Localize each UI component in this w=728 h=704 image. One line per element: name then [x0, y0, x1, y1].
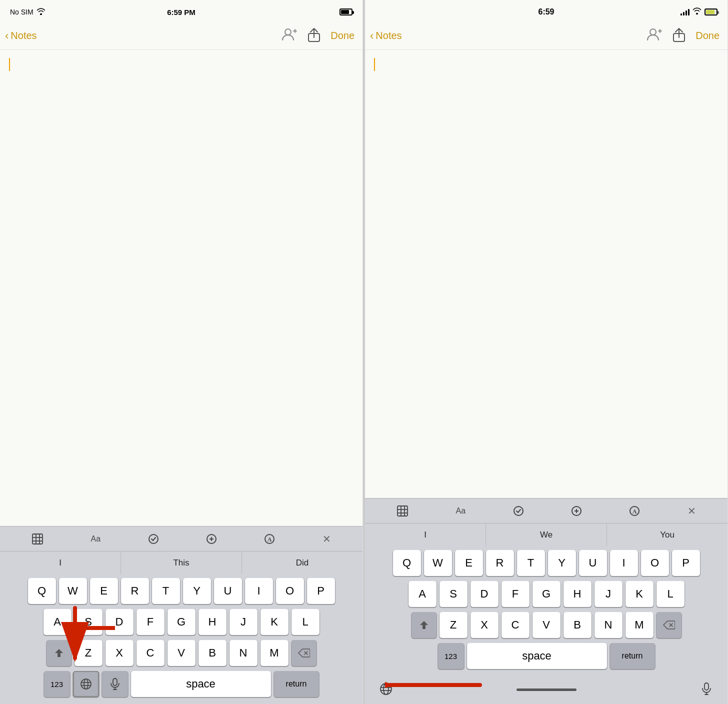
right-key-F[interactable]: F — [502, 581, 530, 607]
right-key-X[interactable]: X — [470, 612, 498, 638]
checklist-btn[interactable] — [144, 532, 163, 546]
key-A[interactable]: A — [44, 609, 72, 635]
right-add-person-icon[interactable] — [646, 26, 662, 46]
key-T[interactable]: T — [152, 578, 180, 604]
right-key-D[interactable]: D — [470, 581, 498, 607]
shift-key[interactable] — [46, 640, 72, 666]
right-key-G[interactable]: G — [532, 581, 560, 607]
right-key-C[interactable]: C — [502, 612, 530, 638]
right-key-Y[interactable]: Y — [548, 550, 576, 576]
right-key-B[interactable]: B — [564, 612, 592, 638]
right-key-T[interactable]: T — [517, 550, 545, 576]
right-key-A[interactable]: A — [408, 581, 436, 607]
key-U[interactable]: U — [214, 578, 242, 604]
autocomplete-item-1[interactable]: This — [121, 552, 242, 574]
key-C[interactable]: C — [136, 640, 164, 666]
right-back-button[interactable]: ‹ Notes — [370, 30, 402, 42]
return-key[interactable]: return — [274, 671, 319, 697]
svg-point-9 — [149, 534, 158, 544]
key-L[interactable]: L — [292, 609, 320, 635]
right-key-L[interactable]: L — [656, 581, 684, 607]
right-shift-key[interactable] — [412, 612, 436, 638]
right-key-K[interactable]: K — [626, 581, 654, 607]
right-autocomplete-item-1[interactable]: We — [486, 524, 607, 546]
right-share-icon[interactable] — [672, 28, 686, 44]
right-key-W[interactable]: W — [424, 550, 452, 576]
right-add-btn[interactable] — [567, 504, 586, 518]
key-B[interactable]: B — [198, 640, 226, 666]
right-key-V[interactable]: V — [532, 612, 560, 638]
right-key-Q[interactable]: Q — [393, 550, 421, 576]
key-R[interactable]: R — [121, 578, 149, 604]
right-key-O[interactable]: O — [641, 550, 669, 576]
right-key-I[interactable]: I — [610, 550, 638, 576]
globe-key[interactable] — [73, 671, 99, 697]
autocomplete-item-2[interactable]: Did — [242, 552, 362, 574]
add-btn[interactable] — [202, 532, 221, 546]
key-Q[interactable]: Q — [28, 578, 56, 604]
right-key-J[interactable]: J — [594, 581, 622, 607]
num-key[interactable]: 123 — [44, 671, 70, 697]
right-format-text-btn[interactable]: Aa — [452, 504, 470, 518]
right-done-button[interactable]: Done — [696, 30, 720, 42]
key-W[interactable]: W — [59, 578, 87, 604]
left-note-area[interactable] — [0, 50, 362, 526]
left-done-button[interactable]: Done — [330, 30, 354, 42]
key-M[interactable]: M — [260, 640, 288, 666]
right-close-toolbar-btn[interactable]: ✕ — [684, 503, 700, 519]
scribble-btn[interactable]: A — [260, 532, 279, 546]
right-autocomplete-item-0[interactable]: I — [365, 524, 486, 546]
key-G[interactable]: G — [168, 609, 196, 635]
right-key-N[interactable]: N — [594, 612, 622, 638]
left-back-button[interactable]: ‹ Notes — [5, 30, 37, 42]
right-num-key[interactable]: 123 — [438, 643, 464, 669]
right-space-key[interactable]: space — [467, 643, 607, 669]
delete-key[interactable] — [292, 640, 316, 666]
key-E[interactable]: E — [90, 578, 118, 604]
space-key[interactable]: space — [131, 671, 271, 697]
format-text-btn[interactable]: Aa — [87, 532, 105, 546]
right-globe-key[interactable] — [375, 682, 397, 696]
left-nav-bar: ‹ Notes Done — [0, 22, 362, 50]
key-X[interactable]: X — [106, 640, 134, 666]
share-icon[interactable] — [308, 28, 320, 44]
key-J[interactable]: J — [230, 609, 258, 635]
right-key-S[interactable]: S — [440, 581, 468, 607]
key-K[interactable]: K — [260, 609, 288, 635]
key-Z[interactable]: Z — [74, 640, 102, 666]
key-D[interactable]: D — [106, 609, 134, 635]
right-table-toolbar-btn[interactable] — [392, 503, 412, 519]
right-key-row-3: Z X C V B N M — [367, 612, 726, 638]
right-key-M[interactable]: M — [626, 612, 654, 638]
right-autocomplete-item-2[interactable]: You — [607, 524, 728, 546]
close-toolbar-btn[interactable]: ✕ — [318, 531, 335, 547]
right-key-P[interactable]: P — [672, 550, 700, 576]
key-O[interactable]: O — [276, 578, 304, 604]
right-scribble-btn[interactable]: A — [625, 504, 644, 518]
right-key-E[interactable]: E — [455, 550, 483, 576]
mic-key[interactable] — [102, 671, 128, 697]
key-N[interactable]: N — [230, 640, 258, 666]
right-key-U[interactable]: U — [579, 550, 607, 576]
signal-bar-4 — [688, 9, 690, 16]
right-mic-key[interactable] — [696, 682, 718, 696]
key-I[interactable]: I — [245, 578, 273, 604]
right-key-H[interactable]: H — [564, 581, 592, 607]
key-Y[interactable]: Y — [183, 578, 211, 604]
right-note-area[interactable] — [365, 50, 728, 498]
right-key-R[interactable]: R — [486, 550, 514, 576]
key-S[interactable]: S — [74, 609, 102, 635]
table-toolbar-btn[interactable] — [28, 531, 48, 547]
right-key-Z[interactable]: Z — [440, 612, 468, 638]
key-H[interactable]: H — [198, 609, 226, 635]
right-checklist-btn[interactable] — [509, 504, 528, 518]
add-person-icon[interactable] — [282, 26, 298, 46]
left-key-row-4: 123 space return — [2, 671, 360, 697]
key-V[interactable]: V — [168, 640, 196, 666]
right-delete-key[interactable] — [656, 612, 682, 638]
right-return-key[interactable]: return — [610, 643, 655, 669]
key-F[interactable]: F — [136, 609, 164, 635]
key-P[interactable]: P — [307, 578, 335, 604]
right-key-row-1: Q W E R T Y U I O P — [367, 550, 726, 576]
autocomplete-item-0[interactable]: I — [0, 552, 121, 574]
